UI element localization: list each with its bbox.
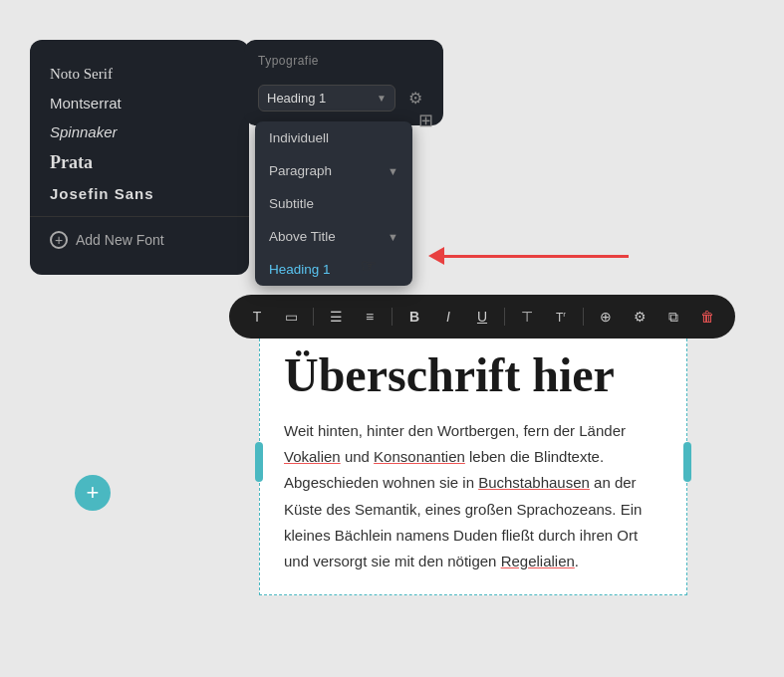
settings-icon: ⚙ [634,309,647,325]
strikethrough-icon: ⊤ [521,309,533,325]
font-item-josefin-sans[interactable]: Josefin Sans [50,179,229,208]
typography-gear-button[interactable]: ⚙ [401,84,429,112]
add-font-row[interactable]: + Add New Font [30,225,249,255]
heading-select-arrow: ▼ [377,93,387,104]
font-item-noto-serif[interactable]: Noto Serif [50,60,229,89]
toolbar-settings-button[interactable]: ⚙ [626,303,653,331]
add-font-icon: + [50,231,68,249]
arrow-head [428,247,444,265]
toolbar-align-justify-button[interactable]: ≡ [356,303,384,331]
toolbar-italic-button[interactable]: I [434,303,462,331]
toolbar-superscript-button[interactable]: Tr [547,303,575,331]
superscript-icon: Tr [556,310,566,325]
dropdown-item-individuell[interactable]: Individuell [255,121,412,154]
add-block-button[interactable]: + [75,475,111,511]
text-icon: T [253,309,262,325]
bold-icon: B [409,309,419,325]
font-panel: Noto Serif Montserrat Spinnaker Prata Jo… [30,40,249,275]
toolbar-bold-button[interactable]: B [400,303,428,331]
resize-handle-left[interactable] [255,442,263,482]
toolbar-delete-button[interactable]: 🗑 [693,303,721,331]
toolbar-duplicate-button[interactable]: ⧉ [659,303,687,331]
dropdown-item-heading1[interactable]: Heading 1 [255,253,412,286]
arrow-indicator [428,247,629,265]
underline-word-2: Konsonantien [374,448,465,465]
body-text: Weit hinten, hinter den Wortbergen, fern… [284,418,662,575]
toolbar-divider-1 [313,308,314,326]
layers-icon[interactable]: ⊞ [418,110,433,131]
toolbar-divider-3 [504,308,505,326]
link-icon: ⊕ [600,309,612,325]
font-list-divider [30,216,249,217]
dropdown-item-above-title[interactable]: Above Title ▼ [255,220,412,253]
arrow-shaft [444,255,629,258]
dropdown-item-paragraph[interactable]: Paragraph ▼ [255,154,412,187]
trash-icon: 🗑 [700,309,714,325]
align-justify-icon: ≡ [366,309,374,325]
text-block: Überschrift hier Weit hinten, hinter den… [259,329,687,595]
paragraph-chevron: ▼ [388,165,398,177]
dropdown-item-subtitle[interactable]: Subtitle [255,187,412,220]
typography-dropdown: Individuell Paragraph ▼ Subtitle Above T… [255,121,412,286]
underline-word-4: Regelialien [501,553,575,569]
resize-handle-right[interactable] [683,442,691,482]
align-left-icon: ☰ [330,309,343,325]
stack-icons: ⊞ [418,110,433,131]
canvas: + Überschrift hier Weit hinten, hinter d… [0,0,784,677]
font-list: Noto Serif Montserrat Spinnaker Prata Jo… [30,60,249,208]
font-item-prata[interactable]: Prata [50,146,229,179]
underline-icon: U [477,309,487,325]
gear-icon: ⚙ [408,89,422,108]
toolbar-underline-button[interactable]: U [468,303,496,331]
underline-word-3: Buchstabhausen [478,474,590,491]
typography-panel: Typografie Heading 1 ▼ ⚙ ⊞ [244,40,443,125]
toolbar-strikethrough-button[interactable]: ⊤ [513,303,541,331]
underline-word-1: Vokalien [284,448,341,465]
box-icon: ▭ [285,309,298,325]
font-item-montserrat[interactable]: Montserrat [50,89,229,117]
toolbar-align-left-button[interactable]: ☰ [322,303,350,331]
toolbar-box-button[interactable]: ▭ [277,303,305,331]
typography-panel-title: Typografie [244,54,443,78]
add-font-label: Add New Font [76,232,164,248]
formatting-toolbar: T ▭ ☰ ≡ B I U ⊤ Tr ⊕ [229,295,735,338]
italic-icon: I [446,309,450,325]
plus-icon: + [87,480,100,506]
heading-select-row: Heading 1 ▼ ⚙ [244,78,443,117]
above-title-chevron: ▼ [388,231,398,243]
heading-text: Überschrift hier [284,349,662,402]
heading-select[interactable]: Heading 1 ▼ [258,85,395,112]
toolbar-text-button[interactable]: T [243,303,271,331]
toolbar-divider-2 [392,308,392,326]
toolbar-divider-4 [583,308,584,326]
cursor: ☞ [361,255,377,277]
heading-select-label: Heading 1 [267,91,326,106]
font-item-spinnaker[interactable]: Spinnaker [50,117,229,146]
toolbar-link-button[interactable]: ⊕ [592,303,620,331]
duplicate-icon: ⧉ [668,309,678,326]
